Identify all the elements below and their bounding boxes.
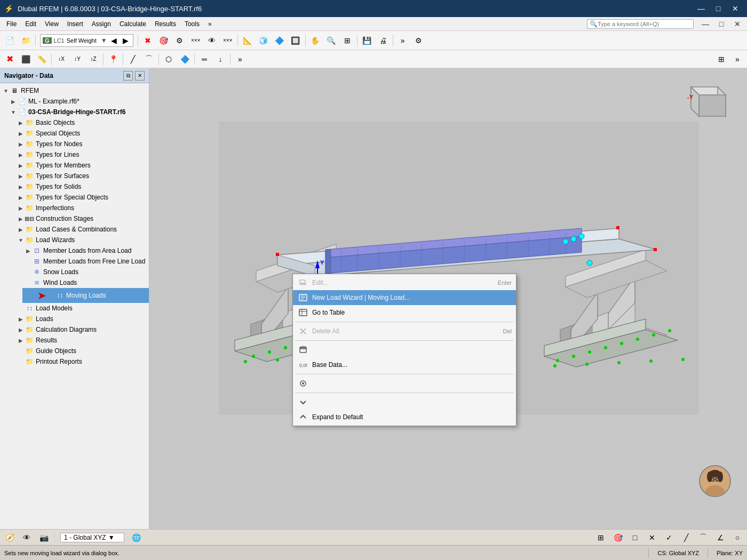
menu-view[interactable]: View <box>41 19 63 29</box>
tree-item-types-nodes[interactable]: ▶ 📁 Types for Nodes <box>15 139 149 149</box>
open-btn[interactable]: 📁 <box>18 33 33 48</box>
view-area[interactable]: Y X Z <box>149 68 747 529</box>
tree-item-wind-loads[interactable]: ≋ Wind Loads <box>22 277 149 288</box>
lc-prev[interactable]: ◀ <box>109 36 119 45</box>
tree-item-ml[interactable]: ▶ 📄 ML - Example.rf6* <box>7 96 149 107</box>
tb2-z[interactable]: ↕Z <box>86 52 101 67</box>
tb-render1[interactable]: 🎯 <box>156 33 171 48</box>
tb2-curve[interactable]: ⌒ <box>141 52 156 67</box>
btm-x[interactable]: ✕ <box>645 530 659 545</box>
tree-item-calc-diagrams[interactable]: ▶ 📁 Calculation Diagrams <box>15 324 149 335</box>
ctx-expand-default[interactable] <box>293 395 516 410</box>
maximize-button[interactable]: □ <box>711 3 726 14</box>
ctx-new-wizard[interactable]: New Load Wizard | Moving Load... <box>293 290 516 305</box>
tb-fit[interactable]: ⊞ <box>340 33 355 48</box>
menu-results[interactable]: Results <box>150 19 180 29</box>
sub-minimize[interactable]: — <box>698 18 713 30</box>
ctx-collapse-all[interactable]: Expand to Default <box>293 410 516 425</box>
close-button[interactable]: ✕ <box>728 3 743 14</box>
tb-wire[interactable]: 🔷 <box>272 33 287 48</box>
view-cube[interactable]: -Y <box>678 79 731 132</box>
ctx-base-data[interactable] <box>293 342 516 357</box>
tree-item-bridge[interactable]: ▼ 📄 03-CSA-Bridge-Hinge-START.rf6 <box>7 107 149 117</box>
tree-item-types-members[interactable]: ▶ 📁 Types for Members <box>15 160 149 171</box>
ctx-units[interactable]: 0,00 Base Data... <box>293 357 516 372</box>
tb-print[interactable]: 🖨 <box>376 33 391 48</box>
tb-iso[interactable]: 📐 <box>240 33 255 48</box>
tb2-line[interactable]: 📏 <box>34 52 49 67</box>
menu-assign[interactable]: Assign <box>88 19 115 29</box>
tree-item-guide[interactable]: 📁 Guide Objects <box>15 346 149 356</box>
tb-3d[interactable]: 🧊 <box>256 33 271 48</box>
tree-item-load-wizards[interactable]: ▼ 📁 Load Wizards <box>15 235 149 245</box>
tb-eye[interactable]: 👁 <box>204 33 219 48</box>
btm-circle[interactable]: ○ <box>730 530 745 545</box>
tree-item-rfem[interactable]: ▼ 🖥 RFEM <box>0 85 149 96</box>
tb-settings[interactable]: ⚙ <box>411 33 426 48</box>
tb2-y[interactable]: ↕Y <box>70 52 85 67</box>
tree-item-imperfections[interactable]: ▶ 📁 Imperfections <box>15 203 149 213</box>
menu-calculate[interactable]: Calculate <box>115 19 150 29</box>
tree-item-printout[interactable]: 📁 Printout Reports <box>15 356 149 367</box>
ctx-delete-all[interactable]: Delete All Del <box>293 324 516 339</box>
tb-zoom[interactable]: 🔍 <box>324 33 339 48</box>
minimize-button[interactable]: — <box>694 3 709 14</box>
tree-item-construction[interactable]: ▶ ⊞⊟ Construction Stages <box>15 213 149 224</box>
bottom-eye-btn[interactable]: 👁 <box>19 530 34 545</box>
tb-more[interactable]: » <box>395 33 410 48</box>
lc-dropdown-icon[interactable]: ▼ <box>101 37 107 44</box>
tree-item-types-surfaces[interactable]: ▶ 📁 Types for Surfaces <box>15 171 149 181</box>
tb-xxx2[interactable]: ××× <box>220 33 235 48</box>
sub-maximize[interactable]: □ <box>714 18 729 30</box>
tb2-snap[interactable]: 📍 <box>106 52 121 67</box>
btm-grid[interactable]: ⊞ <box>593 530 608 545</box>
tb2-grid[interactable]: ⊞ <box>714 52 729 67</box>
btm-snap[interactable]: 🎯 <box>610 530 625 545</box>
lc-next[interactable]: ▶ <box>121 36 131 45</box>
bottom-nav-btn[interactable]: 🧭 <box>2 530 17 545</box>
tb2-node[interactable]: ⬛ <box>18 52 33 67</box>
tree-item-special[interactable]: ▶ 📁 Special Objects <box>15 128 149 139</box>
tb2-loads[interactable]: ↓ <box>213 52 228 67</box>
tb2-cancel[interactable]: ✖ <box>2 52 17 67</box>
search-box[interactable]: 🔍 <box>587 19 694 29</box>
menu-more[interactable]: » <box>204 19 216 29</box>
search-input[interactable] <box>598 21 688 27</box>
tree-item-load-models[interactable]: ↕↕ Load Models <box>15 303 149 314</box>
btm-angle[interactable]: ∠ <box>713 530 728 545</box>
tb2-line2[interactable]: ╱ <box>125 52 140 67</box>
tb2-solid[interactable]: 🔷 <box>177 52 192 67</box>
menu-edit[interactable]: Edit <box>21 19 41 29</box>
menu-file[interactable]: File <box>2 19 21 29</box>
coord-dropdown[interactable]: ▼ <box>108 534 115 541</box>
bottom-coord-btn[interactable]: 🌐 <box>129 530 144 545</box>
tb2-x[interactable]: ↕X <box>54 52 69 67</box>
btm-check[interactable]: ✓ <box>662 530 677 545</box>
ctx-goto-table[interactable]: Go to Table <box>293 305 516 320</box>
ctx-edit[interactable]: Edit... Enter <box>293 275 516 290</box>
coord-selector[interactable]: 1 - Global XYZ ▼ <box>60 533 124 542</box>
tb-render2[interactable]: ⚙ <box>172 33 187 48</box>
nav-close[interactable]: ✕ <box>135 71 145 81</box>
tree-item-member-loads-free[interactable]: ⊞ Member Loads from Free Line Load <box>22 256 149 267</box>
tb-xxx1[interactable]: ××× <box>188 33 203 48</box>
tb-move[interactable]: ✋ <box>308 33 323 48</box>
tb2-surface[interactable]: ⬡ <box>161 52 176 67</box>
tree-item-load-cases[interactable]: ▶ 📁 Load Cases & Combinations <box>15 224 149 235</box>
tb2-members[interactable]: ═ <box>197 52 212 67</box>
tree-item-moving-loads[interactable]: ➤ ↕↕ Moving Loads <box>22 288 149 303</box>
menu-insert[interactable]: Insert <box>63 19 88 29</box>
tree-item-member-loads-area[interactable]: ▶ ⊡ Member Loads from Area Load <box>22 245 149 256</box>
ctx-display-props[interactable] <box>293 376 516 391</box>
btm-line[interactable]: ╱ <box>679 530 694 545</box>
tb2-more[interactable]: » <box>233 52 248 67</box>
nav-restore[interactable]: ⧉ <box>123 71 133 81</box>
new-btn[interactable]: 📄 <box>2 33 17 48</box>
tb-cancel[interactable]: ✖ <box>140 33 155 48</box>
tree-item-types-solids[interactable]: ▶ 📁 Types for Solids <box>15 181 149 192</box>
tree-item-results[interactable]: ▶ 📁 Results <box>15 335 149 346</box>
tree-item-loads[interactable]: ▶ 📁 Loads <box>15 314 149 324</box>
tb2-more2[interactable]: » <box>730 52 745 67</box>
tb-save[interactable]: 💾 <box>360 33 375 48</box>
btm-arc[interactable]: ⌒ <box>696 530 711 545</box>
